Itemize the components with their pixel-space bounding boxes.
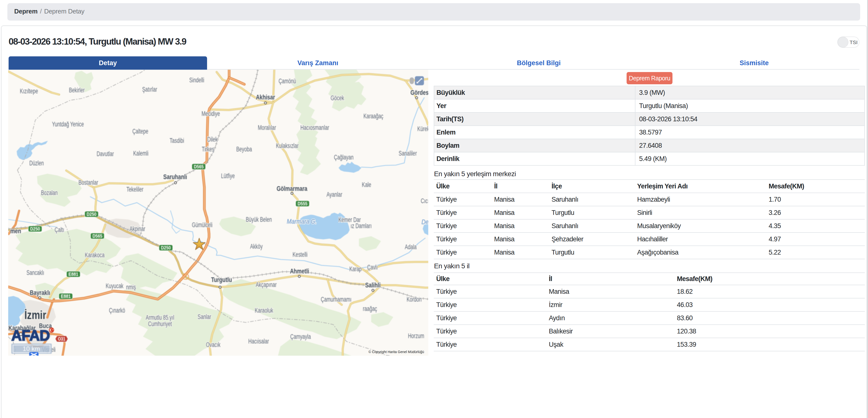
svg-text:AFAD: AFAD [11,327,50,344]
svg-text:Gördes: Gördes [410,89,428,96]
svg-text:Beyoba: Beyoba [236,145,252,153]
svg-text:Kulaksızlar: Kulaksızlar [276,142,299,149]
svg-text:ız Damları: ız Damları [350,222,372,230]
svg-text:Bostanlar: Bostanlar [79,179,98,186]
svg-text:D250: D250 [30,226,40,232]
svg-text:Karakoca: Karakoca [85,251,105,259]
svg-text:Ovacık: Ovacık [206,341,221,348]
svg-text:Akköy: Akköy [250,243,263,250]
svg-text:Çamurhamamı: Çamurhamamı [321,296,351,303]
svg-text:Sanaliler: Sanaliler [399,150,417,157]
svg-text:Hacıosmanlar: Hacıosmanlar [301,124,329,131]
svg-text:Salihli: Salihli [365,281,381,289]
svg-text:O31: O31 [58,336,65,342]
svg-text:Çağlayan: Çağlayan [334,153,353,161]
svg-text:D565: D565 [92,233,102,239]
svg-text:Hacıisalar: Hacıisalar [248,338,269,345]
svg-text:Mecidiye: Mecidiye [202,110,220,117]
svg-text:Turgutlu: Turgutlu [211,276,232,283]
svg-text:Kale: Kale [362,181,371,188]
svg-text:Cıcı: Cıcı [421,197,428,205]
svg-text:Yuntdağ Yenice: Yuntdağ Yenice [52,120,84,128]
svg-text:Kızıltepe: Kızıltepe [20,88,38,95]
svg-text:Dilek: Dilek [207,136,218,143]
svg-text:E881: E881 [68,272,78,277]
svg-text:D555: D555 [298,201,307,206]
svg-text:Bayraklı: Bayraklı [30,289,50,297]
svg-text:Kestelli: Kestelli [293,251,308,258]
svg-text:Kuyucak: Kuyucak [106,282,123,290]
svg-text:İzmir: İzmir [25,309,46,321]
svg-text:Sanlar: Sanlar [198,313,211,320]
svg-text:Düzlen: Düzlen [29,160,44,167]
svg-text:Tekeliler: Tekeliler [127,186,144,193]
svg-text:Kalemli: Kalemli [133,150,148,157]
svg-text:Çamyayla: Çamyayla [290,333,311,340]
svg-text:Davutlar: Davutlar [97,150,114,158]
svg-text:Marmara G.: Marmara G. [287,217,317,225]
svg-text:Gümülceli: Gümülceli [192,221,213,229]
svg-text:men: men [10,227,21,235]
svg-text:Şatırlar: Şatırlar [142,86,157,93]
svg-text:Horzum: Horzum [408,332,424,340]
svg-text:D565: D565 [194,164,204,169]
svg-text:Karap: Karap [349,265,362,273]
svg-text:Ayanlar: Ayanlar [327,191,342,198]
svg-text:D250: D250 [87,211,96,217]
svg-text:Demin: Demin [422,218,428,226]
svg-text:Gölmarmara: Gölmarmara [277,185,307,192]
svg-text:nmiş: nmiş [126,283,136,291]
svg-text:Karaoluk: Karaoluk [255,307,273,314]
svg-text:Moralılar: Moralılar [258,124,276,131]
svg-text:Çavlı: Çavlı [367,264,378,271]
svg-text:Çınarkö: Çınarkö [109,307,125,314]
svg-text:Çaltı: Çaltı [55,226,64,234]
svg-text:Sindelli: Sindelli [189,76,205,84]
svg-text:Çaltepe: Çaltepe [132,128,148,135]
svg-text:Ahmetli: Ahmetli [290,267,309,275]
svg-text:Göcek: Göcek [331,94,344,102]
svg-text:Akhisar: Akhisar [256,93,275,101]
svg-text:10 km: 10 km [23,345,40,352]
svg-text:Bekirler: Bekirler [69,86,85,94]
svg-text:E881: E881 [61,293,71,299]
svg-text:Çamönü: Çamönü [279,77,296,85]
svg-text:Sancaklı: Sancaklı [27,269,44,276]
svg-text:D250: D250 [161,245,171,250]
svg-text:Akpinar: Akpinar [129,225,145,233]
svg-text:Karaağaç: Karaağaç [364,112,383,120]
svg-text:Akçapınar: Akçapınar [256,281,277,288]
svg-text:Bozalan: Bozalan [41,189,58,197]
svg-text:Tasdibi: Tasdibi [170,137,184,144]
svg-text:Saruhanlı: Saruhanlı [163,173,187,181]
svg-text:raağaç: raağaç [363,305,377,312]
svg-text:Cumhuriyet: Cumhuriyet [148,320,172,327]
svg-text:Lütfiye: Lütfiye [221,172,235,180]
svg-text:Kürekç: Kürekç [417,125,428,133]
svg-text:Kordon: Kordon [407,296,422,303]
svg-text:Adala: Adala [405,243,417,251]
svg-text:Tirkeş: Tirkeş [202,145,214,153]
svg-text:Büyük Belen: Büyük Belen [246,216,272,223]
